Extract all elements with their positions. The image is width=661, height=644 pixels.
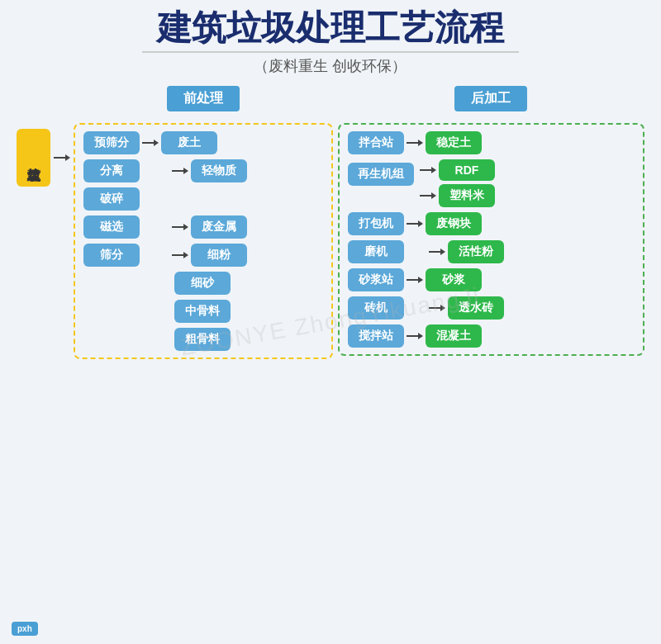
box-xifen: 细粉 — [191, 244, 247, 267]
pre-row-7: 中骨料 — [83, 300, 323, 323]
box-moji: 磨机 — [348, 240, 404, 263]
box-feijinshu: 废金属 — [191, 215, 247, 239]
box-xisha: 细砂 — [174, 272, 231, 295]
post-row-5: 砂浆站 砂浆 — [348, 268, 635, 291]
pre-row-5: 筛分 细粉 — [83, 244, 323, 267]
box-zhuanji: 砖机 — [348, 296, 404, 320]
post-row-6: 砖机 透水砖 — [348, 296, 635, 320]
post-row-3: 打包机 废钢块 — [348, 212, 635, 235]
post-section-header: 后加工 — [454, 86, 527, 111]
pre-row-2: 分离 轻物质 — [83, 159, 323, 182]
logo-badge: pxh — [12, 622, 38, 636]
sub-title: （废料重生 创收环保） — [17, 56, 644, 76]
arrow-2 — [172, 165, 188, 177]
box-feigangkuai: 废钢块 — [426, 212, 482, 235]
post-section: 后加工 拌合站 稳定土 再生机组 RDF — [338, 86, 644, 356]
input-area: 建筑垃圾 — [17, 129, 50, 187]
box-zhongguliao: 中骨料 — [174, 300, 231, 323]
post-row-2: 再生机组 RDF 塑料米 — [348, 159, 635, 207]
box-zaishengji: 再生机组 — [348, 163, 414, 186]
pre-row-8: 粗骨料 — [83, 328, 323, 351]
arrow-4 — [172, 221, 188, 233]
page: ZOONYE ZhongYikuangJi 建筑垃圾处理工艺流程 （废料重生 创… — [0, 0, 661, 644]
pre-section: 前处理 预筛分 废土 分离 轻物质 破碎 — [74, 86, 333, 359]
box-banhezhan: 拌合站 — [348, 131, 404, 154]
box-shajiang: 砂浆 — [426, 268, 482, 291]
pre-row-4: 磁选 废金属 — [83, 215, 323, 239]
title-section: 建筑垃圾处理工艺流程 （废料重生 创收环保） — [17, 8, 644, 79]
box-yushaifen: 预筛分 — [83, 131, 140, 154]
pre-row-6: 细砂 — [83, 272, 323, 295]
post-arrow-3 — [407, 218, 423, 230]
box-dabaoiji: 打包机 — [348, 212, 404, 235]
pre-row-1: 预筛分 废土 — [83, 131, 323, 154]
post-arrow-1 — [407, 137, 423, 149]
box-qingwuzhi: 轻物质 — [191, 159, 247, 182]
post-row-4: 磨机 活性粉 — [348, 240, 635, 263]
box-feitu: 废土 — [161, 131, 217, 154]
post-row-1: 拌合站 稳定土 — [348, 131, 635, 154]
box-rdf: RDF — [439, 159, 495, 181]
main-title: 建筑垃圾处理工艺流程 — [17, 8, 644, 48]
pre-section-header: 前处理 — [167, 86, 240, 111]
input-node: 建筑垃圾 — [17, 129, 50, 187]
post-arrow-2a — [420, 164, 436, 176]
box-wendingtu: 稳定土 — [426, 131, 482, 154]
post-arrow-2b — [420, 190, 436, 201]
box-cuguliao: 粗骨料 — [174, 328, 231, 351]
pre-row-3: 破碎 — [83, 187, 323, 211]
post-row-7: 搅拌站 混凝土 — [348, 324, 635, 348]
box-cixuan: 磁选 — [83, 215, 140, 239]
post-arrow-6 — [429, 302, 445, 314]
box-shajjiangzhan: 砂浆站 — [348, 268, 404, 291]
arrow-5 — [172, 249, 188, 261]
arrow-1 — [142, 137, 159, 149]
post-arrow-7 — [407, 330, 423, 342]
box-posui: 破碎 — [83, 187, 140, 211]
box-toushuizhuan: 透水砖 — [448, 296, 504, 320]
input-arrow — [54, 152, 70, 163]
post-arrow-4 — [429, 246, 445, 258]
flow-diagram: 建筑垃圾 前处理 预筛分 废土 分离 轻物质 — [17, 86, 644, 359]
post-arrow-5 — [407, 274, 423, 286]
box-huoxingfen: 活性粉 — [448, 240, 504, 263]
box-fenli: 分离 — [83, 159, 140, 182]
box-hunningtu: 混凝土 — [426, 324, 482, 348]
box-jiaobanzhan: 搅拌站 — [348, 324, 404, 348]
box-suliaomi: 塑料米 — [439, 184, 495, 207]
title-divider — [142, 51, 519, 53]
box-shaifen: 筛分 — [83, 244, 140, 267]
